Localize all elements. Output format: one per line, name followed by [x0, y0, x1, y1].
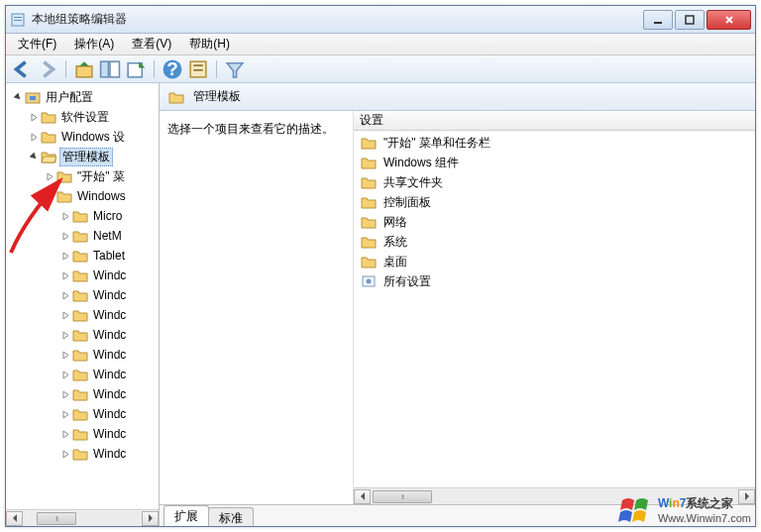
list-item-label: 控制面板	[383, 194, 431, 211]
tree-node-admin-templates[interactable]: 管理模板	[6, 147, 159, 166]
svg-rect-5	[76, 65, 92, 76]
svg-rect-13	[193, 69, 202, 71]
tree-node-start-menu[interactable]: "开始" 菜	[6, 166, 159, 186]
scroll-left-button[interactable]	[354, 489, 371, 504]
tree-node[interactable]: NetM	[6, 226, 159, 246]
expand-icon[interactable]	[59, 349, 71, 361]
toolbar-separator	[216, 60, 217, 78]
export-button[interactable]	[124, 58, 148, 80]
expand-icon[interactable]	[59, 448, 71, 460]
close-button[interactable]	[707, 10, 751, 30]
folder-icon	[361, 156, 377, 169]
folder-icon	[72, 427, 88, 441]
up-button[interactable]	[72, 58, 96, 80]
expand-icon[interactable]	[59, 230, 71, 242]
expand-icon[interactable]	[59, 289, 71, 301]
folder-icon	[41, 110, 56, 124]
tab-label: 标准	[219, 511, 243, 525]
expand-icon[interactable]	[59, 408, 71, 420]
tab-standard[interactable]: 标准	[208, 507, 254, 526]
tree-node[interactable]: Windc	[6, 365, 159, 384]
folder-icon	[72, 328, 88, 342]
details-header: 管理模板	[160, 83, 755, 111]
expand-icon[interactable]	[59, 428, 71, 440]
list-item[interactable]: 所有设置	[358, 271, 751, 291]
back-button[interactable]	[10, 58, 34, 80]
maximize-button[interactable]	[675, 10, 705, 30]
scroll-right-button[interactable]	[142, 511, 159, 526]
forward-button[interactable]	[36, 58, 59, 80]
tree-node-windows-settings[interactable]: Windows 设	[6, 127, 159, 147]
tree-node-software[interactable]: 软件设置	[6, 107, 159, 127]
list-item[interactable]: 共享文件夹	[358, 172, 751, 192]
menu-file[interactable]: 文件(F)	[10, 34, 64, 54]
tab-extended[interactable]: 扩展	[163, 505, 209, 526]
tree-label: "开始" 菜	[75, 167, 127, 186]
list-item[interactable]: "开始" 菜单和任务栏	[358, 133, 751, 153]
tree-node[interactable]: Windc	[6, 325, 159, 345]
folder-icon	[56, 189, 72, 203]
scroll-thumb[interactable]	[37, 512, 76, 525]
expand-icon[interactable]	[59, 210, 71, 222]
folder-icon	[72, 209, 88, 223]
list-item[interactable]: 系统	[358, 232, 751, 252]
properties-button[interactable]	[186, 58, 210, 80]
folder-icon	[361, 195, 377, 209]
column-header-setting[interactable]: 设置	[354, 111, 755, 131]
collapse-icon[interactable]	[44, 190, 55, 202]
expand-icon[interactable]	[59, 269, 71, 281]
collapse-icon[interactable]	[28, 151, 40, 162]
expand-icon[interactable]	[28, 131, 40, 143]
expand-icon[interactable]	[59, 369, 71, 380]
list-item-label: 共享文件夹	[383, 174, 443, 191]
tree-node[interactable]: Windc	[6, 305, 159, 325]
minimize-button[interactable]	[643, 10, 673, 30]
svg-rect-6	[101, 61, 109, 77]
menu-view[interactable]: 查看(V)	[124, 34, 179, 54]
expand-icon[interactable]	[59, 309, 71, 321]
list-item[interactable]: 控制面板	[358, 192, 751, 212]
tree-node[interactable]: Windc	[6, 404, 159, 424]
tree-node[interactable]: Windc	[6, 345, 159, 365]
tree-node[interactable]: Windc	[6, 384, 159, 404]
folder-icon	[56, 169, 72, 183]
list-body: "开始" 菜单和任务栏 Windows 组件 共享文件夹 控制面板 网络 系统 …	[354, 131, 755, 487]
tree-node[interactable]: Windc	[6, 285, 159, 305]
filter-button[interactable]	[223, 58, 247, 80]
list-item[interactable]: 桌面	[358, 252, 751, 271]
tree-node-user-config[interactable]: 用户配置	[6, 87, 159, 107]
window-buttons	[641, 10, 751, 30]
help-button[interactable]: ?	[161, 58, 184, 80]
list-item[interactable]: 网络	[358, 212, 751, 232]
expand-icon[interactable]	[28, 111, 40, 123]
tree-node[interactable]: Windc	[6, 424, 159, 444]
settings-list: 设置 "开始" 菜单和任务栏 Windows 组件 共享文件夹 控制面板 网络 …	[353, 111, 755, 504]
collapse-icon[interactable]	[12, 91, 24, 103]
menu-action[interactable]: 操作(A)	[66, 34, 122, 54]
folder-icon	[72, 249, 88, 263]
tree-hscrollbar[interactable]	[6, 509, 159, 526]
watermark-url: Www.Winwin7.com	[658, 512, 751, 524]
expand-icon[interactable]	[59, 329, 71, 341]
tree-node[interactable]: Windc	[6, 444, 159, 464]
menu-help[interactable]: 帮助(H)	[181, 34, 238, 54]
tree-label: 软件设置	[59, 108, 111, 127]
tree-node-windows-components[interactable]: Windows	[6, 186, 159, 206]
folder-icon	[72, 387, 88, 401]
folder-icon	[361, 215, 377, 229]
tree-label: Tablet	[91, 248, 127, 264]
tree-node[interactable]: Micro	[6, 206, 159, 226]
scroll-left-button[interactable]	[6, 511, 23, 526]
scroll-track[interactable]	[23, 511, 142, 526]
expand-icon[interactable]	[44, 170, 55, 182]
expand-icon[interactable]	[59, 250, 71, 262]
list-item-label: 桌面	[383, 254, 407, 270]
svg-rect-1	[14, 17, 22, 18]
show-hide-tree-button[interactable]	[98, 58, 122, 80]
tree[interactable]: 用户配置 软件设置 Windows 设 管理模板	[6, 83, 159, 509]
expand-icon[interactable]	[59, 388, 71, 400]
scroll-thumb[interactable]	[373, 490, 432, 503]
tree-node[interactable]: Tablet	[6, 246, 159, 266]
list-item[interactable]: Windows 组件	[358, 153, 751, 172]
tree-node[interactable]: Windc	[6, 266, 159, 285]
